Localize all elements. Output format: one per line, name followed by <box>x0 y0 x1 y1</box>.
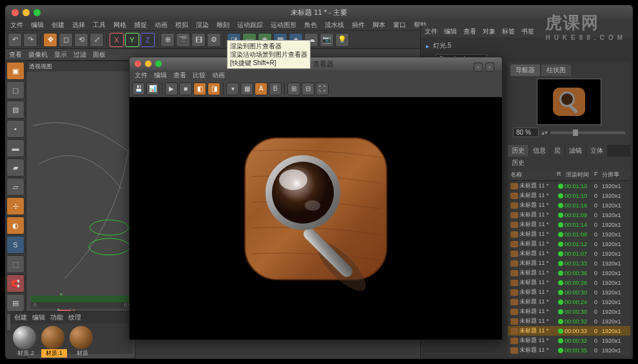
history-row[interactable]: 未标题 11 * 00:01:14 0 1920x1 <box>508 220 630 229</box>
history-row[interactable]: 未标题 11 * 00:01:12 0 1920x1 <box>508 239 630 249</box>
history-row[interactable]: 未标题 11 * 00:00:26 0 1920x1 <box>508 278 630 287</box>
menu-item[interactable]: 工具 <box>93 21 106 30</box>
menu-item[interactable]: 选择 <box>72 21 85 30</box>
object-mode[interactable]: ▢ <box>6 81 24 99</box>
pv-play-button[interactable]: ▶ <box>165 82 178 95</box>
model-mode[interactable]: ▣ <box>6 62 24 80</box>
history-row[interactable]: 未标题 11 * 00:01:10 0 1920x1 <box>508 191 630 200</box>
pv-filter-button[interactable]: ▾ <box>226 82 239 95</box>
attr-menu-item[interactable]: 查看 <box>463 27 476 36</box>
menu-item[interactable]: 模拟 <box>175 21 188 30</box>
undo-button[interactable]: ↶ <box>8 33 22 47</box>
pv-menu-item[interactable]: 编辑 <box>154 71 167 80</box>
axis-z-button[interactable]: Z <box>140 33 155 47</box>
redo-button[interactable]: ↷ <box>23 33 37 47</box>
history-row[interactable]: 未标题 11 * 00:01:10 0 1920x1 <box>508 181 630 191</box>
history-row[interactable]: 未标题 11 * 00:01:33 0 1920x1 <box>508 258 630 268</box>
point-mode[interactable]: • <box>6 120 24 138</box>
menu-item[interactable]: 插件 <box>352 21 365 30</box>
history-row[interactable]: 未标题 11 * 00:00:24 0 1920x1 <box>508 297 630 307</box>
brush-tool[interactable]: ▤ <box>6 294 24 312</box>
menu-item[interactable]: 创建 <box>52 21 64 30</box>
minimize-icon[interactable] <box>23 9 30 16</box>
pv-menu-item[interactable]: 查看 <box>173 71 186 80</box>
light-tool[interactable]: 💡 <box>335 33 349 47</box>
menu-item[interactable]: 运动跟踪 <box>237 21 263 30</box>
pv-a-button[interactable]: A <box>255 82 267 95</box>
axis-y-button[interactable]: Y <box>125 33 139 47</box>
menu-item[interactable]: 运动图形 <box>271 21 296 30</box>
history-row[interactable]: 未标题 11 * 00:00:36 0 1920x1 <box>508 268 630 278</box>
material-tab[interactable]: 创建 <box>14 313 27 322</box>
menu-item[interactable]: 雕刻 <box>217 21 229 30</box>
pv-menu-item[interactable]: 动画 <box>212 71 225 80</box>
attr-menu-item[interactable]: 标签 <box>502 27 515 36</box>
menu-item[interactable]: 脚本 <box>372 21 385 30</box>
pv-panel-toggle1[interactable]: ▫ <box>474 62 483 72</box>
tweak-mode[interactable]: ◐ <box>6 216 24 235</box>
material-item[interactable]: 材质 <box>70 326 95 358</box>
pv-compare-button[interactable]: ◧ <box>193 82 206 95</box>
timeline[interactable]: 0 0 F <box>31 296 134 309</box>
history-row[interactable]: 未标题 11 * 00:00:30 0 1920x1 <box>508 307 630 316</box>
uv-mode[interactable]: ▱ <box>6 178 24 196</box>
pv-fullscreen-button[interactable]: ⛶ <box>316 82 329 95</box>
history-row[interactable]: 未标题 11 * 00:00:33 0 1920x1 <box>508 326 630 336</box>
history-tab[interactable]: 滤镜 <box>565 145 586 157</box>
edge-mode[interactable]: ▬ <box>6 139 24 157</box>
pv-save-button[interactable]: 💾 <box>132 82 145 95</box>
pv-layout1-button[interactable]: ⊞ <box>287 82 300 95</box>
render-preview[interactable] <box>130 97 502 340</box>
maximize-icon[interactable] <box>34 9 41 16</box>
zoom-input[interactable] <box>513 128 539 137</box>
texture-mode[interactable]: ▧ <box>6 101 24 119</box>
camera-tool[interactable]: 📷 <box>320 33 334 47</box>
navigator-preview[interactable] <box>537 79 601 125</box>
submenu-item[interactable]: 摄像机 <box>28 50 48 59</box>
pv-menu-item[interactable]: 比较 <box>193 71 206 80</box>
submenu-item[interactable]: 显示 <box>54 50 67 59</box>
attr-menu-item[interactable]: 书签 <box>521 27 534 36</box>
workplane-button[interactable]: ⬚ <box>6 255 24 273</box>
enable-axis[interactable]: ⊹ <box>6 197 24 215</box>
pv-b-button[interactable]: B <box>269 82 282 95</box>
menu-item[interactable]: 捕捉 <box>134 21 147 30</box>
pv-stop-button[interactable]: ■ <box>179 82 192 95</box>
history-row[interactable]: 未标题 11 * 00:00:32 0 1920x1 <box>508 316 630 326</box>
axis-x-button[interactable]: X <box>110 33 124 47</box>
move-tool[interactable]: ✥ <box>43 33 57 47</box>
close-icon[interactable] <box>12 9 19 16</box>
magnet-tool[interactable]: 🧲 <box>6 274 24 292</box>
submenu-item[interactable]: 过滤 <box>73 50 86 59</box>
menu-item[interactable]: 编辑 <box>31 21 44 30</box>
menu-item[interactable]: 动画 <box>155 21 168 30</box>
zoom-stepper-icon[interactable]: ▴▾ <box>541 129 548 136</box>
snap-button[interactable]: S <box>6 236 24 254</box>
material-tab[interactable]: 编辑 <box>32 313 45 322</box>
light-object[interactable]: 灯光.5 <box>433 41 451 50</box>
pv-histogram-button[interactable]: 📊 <box>146 82 159 95</box>
menu-item[interactable]: 渲染 <box>196 21 209 30</box>
material-item[interactable]: 材质.2 <box>13 326 39 358</box>
history-row[interactable]: 未标题 11 * 00:01:08 0 1920x1 <box>508 229 630 239</box>
submenu-item[interactable]: 面板 <box>93 50 106 59</box>
history-row[interactable]: 未标题 11 * 00:00:35 0 1920x1 <box>508 345 630 355</box>
attr-menu-item[interactable]: 对象 <box>483 27 496 36</box>
menu-item[interactable]: 窗口 <box>393 21 406 30</box>
history-row[interactable]: 未标题 11 * 00:01:16 0 1920x1 <box>508 200 630 210</box>
history-tab[interactable]: 层 <box>550 145 565 157</box>
history-tab[interactable]: 历史 <box>508 145 528 157</box>
coord-button[interactable]: ⊕ <box>160 33 175 47</box>
history-row[interactable]: 未标题 11 * 00:00:32 0 1920x1 <box>508 336 630 345</box>
pv-layout2-button[interactable]: ⊟ <box>302 82 314 95</box>
render-settings-button[interactable]: ⚙ <box>207 33 221 47</box>
navigator-tab[interactable]: 导航器 <box>510 64 540 76</box>
pv-menu-item[interactable]: 文件 <box>135 71 148 80</box>
material-item[interactable]: 材质.1 <box>41 326 67 358</box>
histogram-tab[interactable]: 柱状图 <box>541 64 571 76</box>
pv-channel-button[interactable]: ▦ <box>240 82 253 95</box>
submenu-item[interactable]: 查看 <box>9 50 22 59</box>
history-row[interactable]: 未标题 11 * 00:01:07 0 1920x1 <box>508 249 630 258</box>
history-tab[interactable]: 信息 <box>529 145 550 157</box>
history-row[interactable]: 未标题 11 * 00:00:30 0 1920x1 <box>508 287 630 297</box>
